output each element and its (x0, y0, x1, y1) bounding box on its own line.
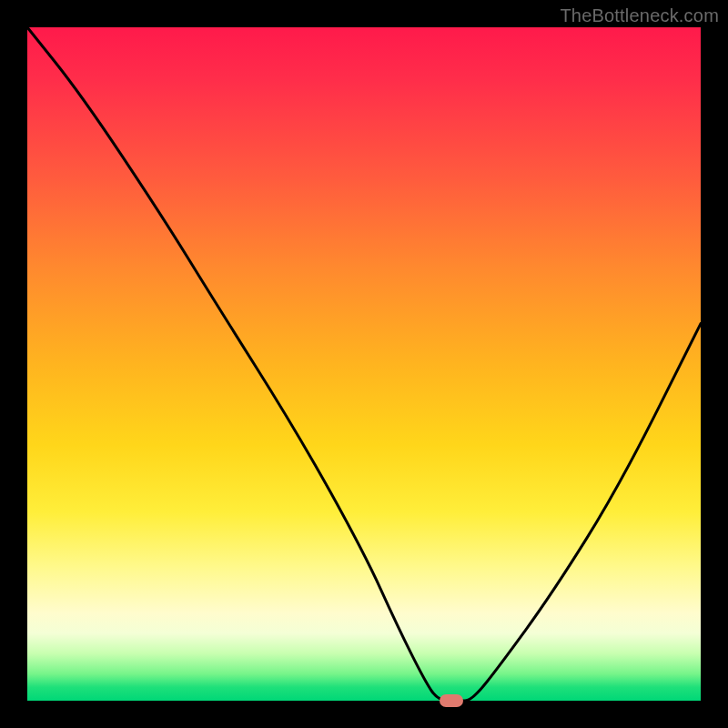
bottleneck-curve (27, 27, 701, 701)
chart-frame: TheBottleneck.com (0, 0, 728, 728)
plot-area (27, 27, 701, 701)
optimal-marker (440, 694, 463, 707)
watermark-text: TheBottleneck.com (560, 5, 719, 26)
